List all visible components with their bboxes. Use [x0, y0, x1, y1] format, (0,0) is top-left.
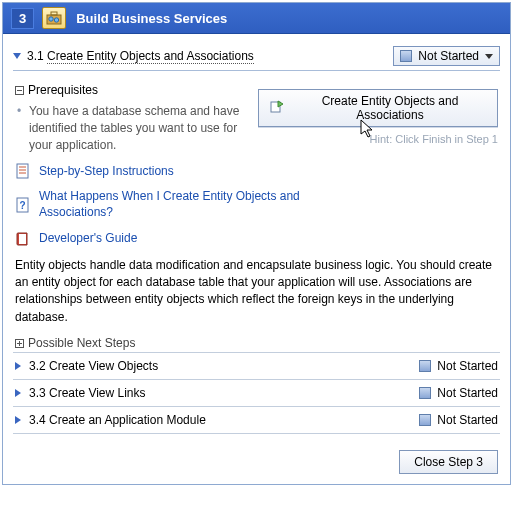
- description-text: Entity objects handle data modification …: [15, 257, 498, 327]
- svg-point-3: [55, 18, 59, 22]
- svg-rect-5: [17, 164, 28, 178]
- step-number: 3: [11, 8, 34, 29]
- dropdown-arrow-icon: [485, 54, 493, 59]
- wizard-icon: [269, 99, 285, 118]
- status-dropdown[interactable]: Not Started: [393, 46, 500, 66]
- possible-next-label: Possible Next Steps: [28, 336, 135, 350]
- chevron-down-icon: [13, 53, 21, 59]
- collapse-minus-icon: [15, 86, 24, 95]
- link-developers-guide[interactable]: Developer's Guide: [15, 231, 498, 247]
- section-title: 3.1 Create Entity Objects and Associatio…: [27, 49, 254, 63]
- subsection-status: Not Started: [419, 386, 498, 400]
- subsection-list: 3.2 Create View Objects Not Started 3.3 …: [13, 352, 500, 434]
- prerequisite-text: You have a database schema and have iden…: [15, 103, 240, 153]
- hint-text: Hint: Click Finish in Step 1: [258, 133, 498, 145]
- prerequisites-heading: Prerequisites: [28, 83, 98, 97]
- subsection-status: Not Started: [419, 359, 498, 373]
- toolbox-icon: [42, 7, 66, 29]
- possible-next-toggle[interactable]: Possible Next Steps: [15, 336, 498, 350]
- svg-rect-1: [51, 12, 57, 15]
- section-body: Prerequisites You have a database schema…: [13, 71, 500, 350]
- subsection-row[interactable]: 3.2 Create View Objects Not Started: [13, 353, 500, 380]
- header-title: Build Business Services: [76, 11, 227, 26]
- section-expander[interactable]: 3.1 Create Entity Objects and Associatio…: [13, 49, 254, 63]
- status-square-icon: [400, 50, 412, 62]
- svg-point-2: [49, 17, 53, 21]
- wizard-panel: 3 Build Business Services 3.1 Create Ent…: [2, 2, 511, 485]
- prerequisites-toggle[interactable]: Prerequisites: [15, 83, 240, 97]
- section-header-row: 3.1 Create Entity Objects and Associatio…: [13, 42, 500, 71]
- header-bar: 3 Build Business Services: [3, 3, 510, 34]
- footer: Close Step 3: [3, 436, 510, 484]
- document-list-icon: [15, 163, 31, 179]
- status-label: Not Started: [418, 49, 479, 63]
- link-what-happens[interactable]: ? What Happens When I Create Entity Obje…: [15, 189, 498, 220]
- chevron-right-icon: [15, 416, 21, 424]
- expand-plus-icon: [15, 339, 24, 348]
- svg-text:?: ?: [19, 200, 25, 211]
- subsection-status: Not Started: [419, 413, 498, 427]
- book-icon: [15, 231, 31, 247]
- link-step-by-step[interactable]: Step-by-Step Instructions: [15, 163, 498, 179]
- chevron-right-icon: [15, 362, 21, 370]
- svg-rect-11: [19, 234, 26, 244]
- chevron-right-icon: [15, 389, 21, 397]
- document-question-icon: ?: [15, 197, 31, 213]
- create-entity-objects-button[interactable]: Create Entity Objects and Associations: [258, 89, 498, 127]
- status-square-icon: [419, 360, 431, 372]
- close-step-button[interactable]: Close Step 3: [399, 450, 498, 474]
- subsection-row[interactable]: 3.3 Create View Links Not Started: [13, 380, 500, 407]
- subsection-row[interactable]: 3.4 Create an Application Module Not Sta…: [13, 407, 500, 434]
- status-square-icon: [419, 414, 431, 426]
- create-button-label: Create Entity Objects and Associations: [293, 94, 487, 122]
- status-square-icon: [419, 387, 431, 399]
